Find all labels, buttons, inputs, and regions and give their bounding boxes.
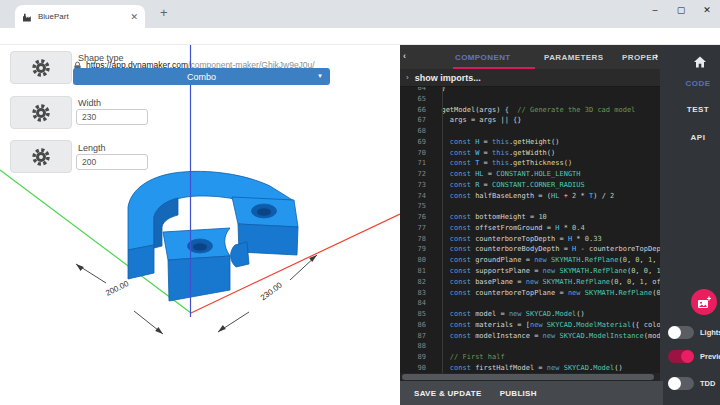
- shape-type-value: Combo: [187, 72, 216, 82]
- param-settings-button-3[interactable]: [10, 140, 72, 173]
- lights-toggle-row: Lights: [668, 326, 720, 339]
- editor-bottom-bar: SAVE & UPDATE PUBLISH: [400, 381, 663, 405]
- browser-toolbar: ← → ↻ https://app.dynamaker.com/componen…: [0, 28, 720, 45]
- length-label: Length: [78, 143, 106, 153]
- sidebar-item-test[interactable]: TEST: [676, 105, 720, 114]
- shape-type-dropdown[interactable]: Combo ▼: [73, 68, 330, 85]
- shape-type-label: Shape type: [78, 53, 124, 63]
- preview-label: Preview: [700, 352, 720, 361]
- sidebar-item-api[interactable]: API: [676, 133, 720, 142]
- width-label: Width: [78, 98, 101, 108]
- dim-width-text: 230.00: [259, 280, 284, 302]
- dimension-length: 200.00: [76, 264, 163, 334]
- window-controls: – ▢ ✕: [642, 0, 720, 28]
- chevron-down-icon: ▼: [317, 73, 323, 79]
- tab-properties[interactable]: PROPER: [622, 53, 658, 62]
- gear-icon: [31, 147, 51, 167]
- tab-parameters[interactable]: PARAMETERS: [544, 53, 603, 62]
- save-update-button[interactable]: SAVE & UPDATE: [414, 389, 482, 398]
- favicon-factory-icon: [22, 12, 32, 22]
- tdd-toggle[interactable]: [668, 377, 694, 390]
- indent-guide: [442, 87, 443, 373]
- cad-model[interactable]: [128, 171, 298, 301]
- close-button[interactable]: ✕: [694, 0, 720, 15]
- tabs-scroll-left-icon[interactable]: ‹: [403, 51, 406, 61]
- toggle-knob: [668, 377, 681, 390]
- model-right-hole: [257, 208, 272, 216]
- model-wedge: [231, 242, 249, 267]
- tdd-label: TDD: [700, 379, 715, 388]
- show-imports-label: show imports...: [415, 73, 481, 83]
- lights-toggle[interactable]: [668, 326, 694, 339]
- tabs-scroll-right-icon[interactable]: ›: [655, 51, 658, 61]
- code-lines[interactable]: 64 }6566 getModel(args) { // Generate th…: [400, 87, 660, 373]
- lights-label: Lights: [700, 328, 720, 337]
- chevron-right-icon: ›: [406, 73, 409, 82]
- dim-length-text: 200.00: [104, 279, 130, 298]
- width-value: 230: [82, 112, 96, 122]
- toggle-knob: [681, 350, 694, 363]
- preview-toggle-row: Preview: [668, 350, 720, 363]
- width-input[interactable]: 230: [76, 109, 148, 125]
- code-editor-panel: ‹ COMPONENT PARAMETERS PROPER › › show i…: [400, 45, 660, 405]
- tab-component[interactable]: COMPONENT: [455, 53, 511, 62]
- maximize-button[interactable]: ▢: [668, 0, 694, 15]
- tab-close-icon[interactable]: ✕: [130, 12, 138, 22]
- length-value: 200: [82, 157, 96, 167]
- editor-horizontal-scrollbar[interactable]: [400, 373, 660, 381]
- dim-arrow-icon: [76, 264, 84, 271]
- publish-button[interactable]: PUBLISH: [500, 389, 537, 398]
- minimize-button[interactable]: –: [642, 0, 668, 15]
- screenshot-fab-button[interactable]: [691, 289, 717, 315]
- model-left-hole: [193, 243, 208, 251]
- new-tab-button[interactable]: +: [160, 5, 168, 20]
- tdd-toggle-row: TDD: [668, 377, 715, 390]
- preview-toggle[interactable]: [668, 350, 694, 363]
- show-imports-row[interactable]: › show imports...: [400, 69, 660, 87]
- gear-icon: [31, 103, 51, 123]
- add-image-icon: [697, 296, 711, 309]
- right-sidebar: CODE TEST API Lights Preview TDD: [660, 45, 720, 405]
- param-settings-button-1[interactable]: [10, 51, 72, 84]
- home-icon[interactable]: [692, 54, 708, 69]
- toggle-knob: [668, 326, 681, 339]
- scrollbar-thumb[interactable]: [402, 374, 654, 380]
- gear-icon: [31, 58, 51, 78]
- browser-tab-strip: BluePart ✕ + – ▢ ✕: [0, 0, 720, 28]
- length-input[interactable]: 200: [76, 154, 148, 170]
- model-left-block-front: [168, 256, 230, 301]
- browser-window: BluePart ✕ + – ▢ ✕ ← → ↻ https://app.dyn…: [0, 0, 720, 405]
- dim-arrow-icon: [155, 327, 163, 334]
- browser-tab[interactable]: BluePart ✕: [15, 5, 145, 28]
- sidebar-item-code[interactable]: CODE: [676, 79, 720, 88]
- editor-tab-bar: ‹ COMPONENT PARAMETERS PROPER ›: [400, 45, 660, 69]
- model-left-wall: [128, 245, 154, 279]
- param-settings-button-2[interactable]: [10, 96, 72, 129]
- tab-title: BluePart: [38, 12, 130, 21]
- dim-arrow-icon: [218, 325, 226, 332]
